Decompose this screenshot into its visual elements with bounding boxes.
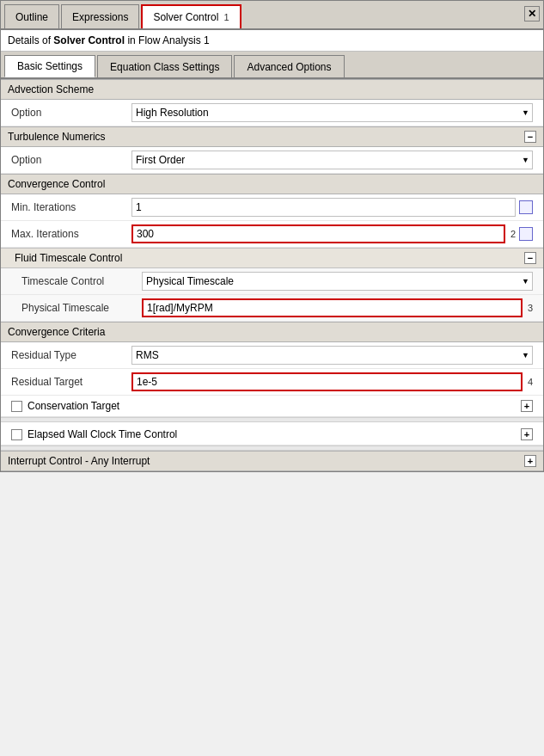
turbulence-select-wrapper: First Order High Resolution Second Order [131, 151, 533, 169]
spacer-1 [1, 417, 543, 422]
timescale-control-select[interactable]: Physical Timescale Auto Timescale Local … [142, 272, 533, 291]
physical-timescale-row: Physical Timescale 3 [1, 295, 543, 322]
tab-equation-class-settings[interactable]: Equation Class Settings [97, 55, 232, 77]
max-iterations-row: Max. Iterations 2 [1, 221, 543, 248]
timescale-control-wrapper: Physical Timescale Auto Timescale Local … [142, 272, 533, 291]
fluid-timescale-toggle[interactable]: − [524, 252, 536, 264]
residual-target-input[interactable] [131, 372, 523, 391]
inner-tab-bar: Basic Settings Equation Class Settings A… [1, 52, 543, 79]
conservation-target-label: Conservation Target [28, 400, 521, 412]
tab-expressions[interactable]: Expressions [61, 4, 139, 28]
turbulence-option-control: First Order High Resolution Second Order [131, 151, 533, 169]
convergence-control-header: Convergence Control [1, 174, 543, 194]
tab-solver-control[interactable]: Solver Control 1 [141, 4, 241, 28]
details-header: Details of Solver Control in Flow Analys… [1, 30, 543, 52]
min-iterations-row: Min. Iterations [1, 194, 543, 221]
residual-type-select[interactable]: RMS MAX L2 Norm [131, 346, 533, 365]
elapsed-wall-clock-label: Elapsed Wall Clock Time Control [28, 428, 521, 440]
advection-scheme-header: Advection Scheme [1, 79, 543, 100]
max-iterations-input[interactable] [131, 224, 505, 243]
conservation-target-toggle[interactable]: + [521, 400, 533, 412]
main-window: Outline Expressions Solver Control 1 ✕ D… [0, 0, 544, 472]
min-iterations-label: Min. Iterations [11, 201, 131, 213]
residual-type-select-wrapper: RMS MAX L2 Norm [131, 346, 533, 365]
turbulence-numerics-header: Turbulence Numerics − [1, 126, 543, 147]
max-iterations-checkbox[interactable] [519, 227, 533, 241]
advection-option-select[interactable]: High Resolution Upwind Specified Blend F… [131, 103, 533, 122]
residual-target-row: Residual Target 4 [1, 369, 543, 396]
tab-outline[interactable]: Outline [4, 4, 59, 28]
interrupt-control-header: Interrupt Control - Any Interrupt + [1, 451, 543, 471]
advection-select-wrapper: High Resolution Upwind Specified Blend F… [131, 103, 533, 122]
min-iterations-checkbox[interactable] [519, 200, 533, 214]
physical-timescale-control: 3 [142, 298, 533, 317]
advection-option-label: Option [11, 107, 131, 119]
residual-type-row: Residual Type RMS MAX L2 Norm [1, 342, 543, 369]
tab-advanced-options[interactable]: Advanced Options [234, 55, 344, 77]
elapsed-wall-clock-toggle[interactable]: + [521, 428, 533, 440]
residual-target-control: 4 [131, 372, 533, 391]
residual-type-control: RMS MAX L2 Norm [131, 346, 533, 365]
residual-type-label: Residual Type [11, 349, 131, 361]
turbulence-toggle[interactable]: − [524, 131, 536, 143]
min-iterations-control [131, 198, 533, 217]
max-iterations-control: 2 [131, 224, 533, 243]
conservation-target-row: Conservation Target + [1, 396, 543, 417]
close-button[interactable]: ✕ [524, 6, 540, 22]
conservation-target-checkbox[interactable] [11, 401, 22, 412]
max-iterations-label: Max. Iterations [11, 228, 131, 240]
main-content: Details of Solver Control in Flow Analys… [1, 28, 543, 471]
physical-timescale-input[interactable] [142, 298, 523, 317]
timescale-control-label: Timescale Control [21, 275, 142, 287]
convergence-criteria-header: Convergence Criteria [1, 322, 543, 342]
min-iterations-input[interactable] [131, 198, 516, 217]
turbulence-option-select[interactable]: First Order High Resolution Second Order [131, 151, 533, 169]
turbulence-option-label: Option [11, 154, 131, 166]
content-area: Advection Scheme Option High Resolution … [1, 79, 543, 471]
advection-option-control: High Resolution Upwind Specified Blend F… [131, 103, 533, 122]
timescale-select-wrapper: Physical Timescale Auto Timescale Local … [142, 272, 533, 291]
tab-basic-settings[interactable]: Basic Settings [4, 55, 95, 77]
elapsed-wall-clock-checkbox[interactable] [11, 429, 22, 440]
advection-scheme-option-row: Option High Resolution Upwind Specified … [1, 100, 543, 126]
elapsed-wall-clock-row: Elapsed Wall Clock Time Control + [1, 424, 543, 446]
fluid-timescale-header: Fluid Timescale Control − [1, 248, 543, 268]
physical-timescale-label: Physical Timescale [21, 302, 142, 314]
top-tab-bar: Outline Expressions Solver Control 1 ✕ [1, 1, 543, 28]
turbulence-option-row: Option First Order High Resolution Secon… [1, 147, 543, 174]
timescale-control-row: Timescale Control Physical Timescale Aut… [1, 268, 543, 295]
interrupt-toggle[interactable]: + [524, 455, 536, 467]
residual-target-label: Residual Target [11, 376, 131, 388]
